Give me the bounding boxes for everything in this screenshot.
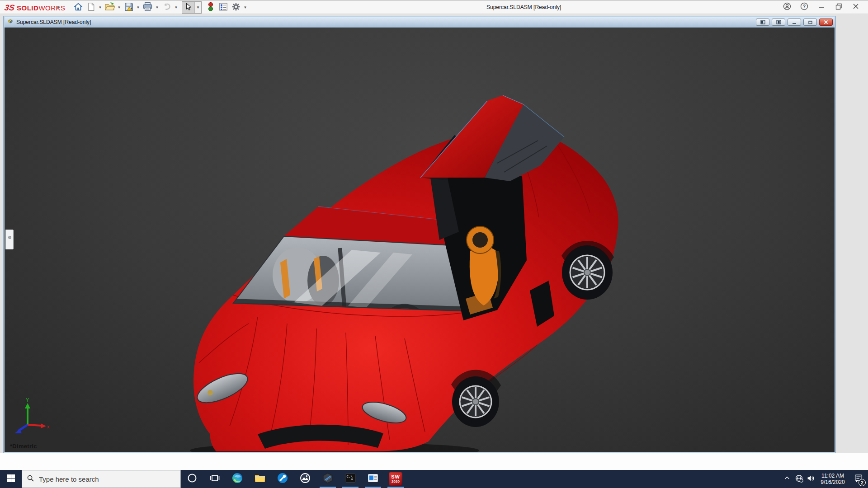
command-prompt-button[interactable]: C:\	[339, 470, 362, 488]
task-view-button[interactable]	[203, 470, 226, 488]
print-dropdown[interactable]: ▼	[155, 2, 160, 13]
traffic-light-icon	[206, 1, 215, 14]
clock-date: 9/16/2020	[817, 479, 848, 485]
settings-dropdown[interactable]: ▼	[243, 2, 248, 13]
triad-y-label: Y	[26, 398, 29, 403]
help-button[interactable]: ?	[796, 0, 813, 14]
new-document-dropdown[interactable]: ▼	[98, 2, 103, 13]
edge-button[interactable]	[226, 470, 249, 488]
document-window: Supercar.SLDASM [Read-only]	[4, 16, 835, 453]
pane-toggle-left-icon	[760, 18, 766, 26]
pane-toggle-right-icon	[776, 18, 782, 26]
document-titlebar[interactable]: Supercar.SLDASM [Read-only]	[5, 17, 835, 28]
svg-text:?: ?	[803, 4, 806, 9]
show-desktop-button[interactable]	[866, 470, 868, 488]
minimize-button[interactable]	[813, 0, 830, 14]
restore-icon	[835, 3, 842, 12]
assembly-icon	[7, 18, 14, 27]
speaker-icon	[807, 474, 815, 484]
system-tray: 11:02 AM 9/16/2020 2	[781, 470, 868, 488]
cortana-button[interactable]	[181, 470, 203, 488]
action-center-button[interactable]: 2	[849, 470, 868, 488]
edge-icon	[231, 472, 243, 486]
print-icon	[142, 1, 153, 14]
app-titlebar: 3S SOLID WORKS ▸ ▼ ▼	[0, 0, 868, 14]
account-button[interactable]	[778, 0, 796, 14]
options-list-button[interactable]	[217, 2, 229, 13]
save-icon	[124, 2, 134, 14]
hexagon-app-icon	[322, 472, 334, 486]
clock-time: 11:02 AM	[817, 473, 848, 479]
save-button[interactable]	[123, 2, 134, 13]
open-dropdown[interactable]: ▼	[117, 2, 122, 13]
notification-badge: 2	[859, 479, 866, 486]
open-button[interactable]	[104, 2, 115, 13]
undo-button[interactable]	[161, 2, 172, 13]
rebuild-button[interactable]	[205, 2, 216, 13]
support-tool-button[interactable]	[271, 470, 294, 488]
close-button[interactable]	[847, 0, 864, 14]
close-icon	[853, 3, 859, 11]
screen: 3S SOLID WORKS ▸ ▼ ▼	[0, 0, 868, 488]
cortana-icon	[187, 473, 198, 485]
globe-icon	[795, 474, 803, 484]
home-icon	[73, 2, 83, 14]
taskbar-search[interactable]	[22, 470, 181, 488]
document-restore-button[interactable]	[803, 19, 817, 26]
options-list-icon	[218, 2, 228, 14]
taskbar: C:\ SW 2020	[0, 470, 868, 488]
taskbar-clock[interactable]: 11:02 AM 9/16/2020	[816, 473, 849, 485]
settings-button[interactable]	[230, 2, 241, 13]
document-minimize-icon	[792, 18, 797, 26]
solidworks-2020-icon: SW 2020	[389, 472, 402, 486]
start-button[interactable]	[0, 470, 22, 488]
app-title: Supercar.SLDASM [Read-only]	[486, 4, 561, 10]
wrench-circle-icon	[277, 472, 288, 486]
photos-button[interactable]	[294, 470, 316, 488]
triad-x-label: x	[47, 424, 50, 429]
windows-logo-icon	[7, 474, 15, 484]
document-close-button[interactable]	[819, 19, 833, 26]
app-window-button[interactable]	[362, 470, 384, 488]
save-dropdown[interactable]: ▼	[136, 2, 141, 13]
file-explorer-button[interactable]	[249, 470, 271, 488]
network-button[interactable]	[793, 470, 805, 488]
photos-icon	[299, 472, 311, 486]
new-document-button[interactable]	[85, 2, 96, 13]
view-orientation-label: *Dimetric	[10, 443, 37, 450]
document-minimize-button[interactable]	[788, 19, 801, 26]
menu-flyout-arrow[interactable]: ▸	[57, 4, 60, 10]
home-button[interactable]	[72, 2, 84, 13]
graphics-viewport[interactable]: Y x *Dimetric	[5, 28, 835, 452]
document-restore-icon	[808, 18, 813, 26]
search-input[interactable]	[39, 475, 165, 483]
hexagon-app-button[interactable]	[316, 470, 339, 488]
ds-logo-mark: 3S	[4, 3, 15, 13]
new-document-icon	[86, 2, 95, 13]
solidworks-2020-button[interactable]: SW 2020	[384, 470, 407, 488]
undo-dropdown[interactable]: ▼	[174, 2, 179, 13]
volume-button[interactable]	[805, 470, 816, 488]
quick-access-toolbar: ▼ ▼ ▼ ▼	[72, 1, 248, 14]
select-cursor-button[interactable]	[182, 2, 195, 13]
task-view-icon	[209, 473, 220, 485]
cursor-arrow-icon	[184, 3, 193, 13]
taskbar-icons: C:\ SW 2020	[181, 470, 407, 488]
solidworks-logo: 3S SOLID WORKS	[5, 3, 66, 13]
print-button[interactable]	[142, 2, 153, 13]
featuremanager-collapsed-tab[interactable]	[5, 230, 14, 249]
document-close-icon	[824, 18, 828, 26]
pane-toggle-left-button[interactable]	[756, 19, 769, 26]
account-icon	[783, 2, 792, 13]
search-icon	[27, 474, 34, 484]
supercar-model	[5, 28, 835, 452]
restore-button[interactable]	[830, 0, 847, 14]
tray-chevron-button[interactable]	[781, 470, 793, 488]
titlebar-right-controls: ?	[778, 0, 864, 14]
select-tool-group: ▼	[182, 1, 202, 14]
document-window-controls	[756, 19, 833, 26]
pane-toggle-right-button[interactable]	[772, 19, 785, 26]
app-window-icon	[367, 472, 379, 486]
file-explorer-icon	[254, 472, 266, 486]
select-cursor-dropdown[interactable]: ▼	[195, 2, 201, 13]
